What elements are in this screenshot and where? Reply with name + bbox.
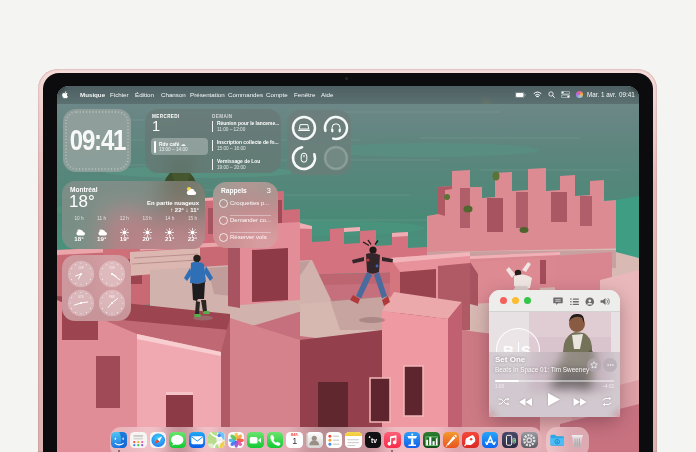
svg-text:TOK: TOK [109,266,115,270]
svg-text:tv: tv [371,437,377,444]
svg-text:PAR: PAR [109,295,114,299]
svg-text:CUP: CUP [78,266,84,270]
svg-text:SYD: SYD [78,295,84,299]
